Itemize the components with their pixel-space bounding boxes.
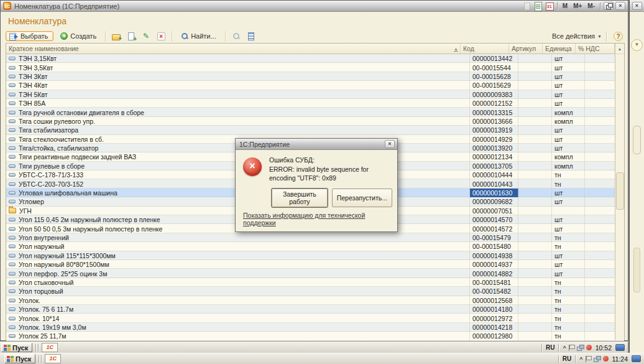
- item-unit[interactable]: шт: [552, 260, 585, 269]
- item-code[interactable]: 00000013705: [470, 162, 518, 170]
- item-unit[interactable]: тн: [552, 233, 585, 242]
- show-hidden-icons[interactable]: ^: [579, 357, 582, 362]
- table-row[interactable]: ТЭН 3Квт 00-00015628 шт: [6, 72, 624, 81]
- table-row[interactable]: Угол наружный 00-00015480 тн: [6, 242, 624, 251]
- dialog-close-button[interactable]: [385, 140, 395, 148]
- scrollbar-thumb[interactable]: [616, 172, 624, 210]
- table-row[interactable]: Уголок. 75 6 11.7м 00000014180 тн: [6, 305, 624, 314]
- start-button[interactable]: Пуск: [4, 354, 35, 363]
- create-group-button[interactable]: [110, 30, 122, 42]
- cancel-search-button[interactable]: [230, 30, 242, 42]
- item-article[interactable]: [518, 296, 552, 305]
- help-button[interactable]: ?: [614, 32, 623, 41]
- item-article[interactable]: [518, 99, 552, 108]
- edit-button[interactable]: [140, 30, 152, 42]
- item-code[interactable]: 00000010444: [470, 170, 518, 179]
- item-unit[interactable]: шт: [552, 99, 585, 108]
- item-code[interactable]: 00000009383: [470, 90, 518, 99]
- item-article[interactable]: [518, 224, 552, 233]
- 1c-tray-icon[interactable]: [586, 345, 592, 350]
- item-code[interactable]: 00000014218: [470, 323, 518, 332]
- network-icon[interactable]: [594, 356, 600, 362]
- dialog-titlebar[interactable]: 1С:Предприятие: [236, 139, 397, 150]
- memory-plus-button[interactable]: М+: [571, 2, 584, 11]
- chevron-down-icon[interactable]: [631, 39, 643, 51]
- column-header-vat[interactable]: % НДС: [576, 44, 615, 54]
- item-code[interactable]: 00000001630: [470, 189, 518, 197]
- close-window-button[interactable]: [615, 2, 625, 10]
- item-unit[interactable]: тн: [552, 287, 585, 296]
- item-article[interactable]: [518, 242, 552, 251]
- item-code[interactable]: 00-00015481: [470, 278, 518, 287]
- taskbar-1c-app[interactable]: 1С: [45, 354, 61, 363]
- memory-minus-button[interactable]: М-: [586, 2, 597, 11]
- table-row[interactable]: Уголок 25 11,7м 00000012980 тн: [6, 332, 624, 340]
- item-unit[interactable]: тн: [552, 323, 585, 332]
- item-code[interactable]: 00000013315: [470, 108, 518, 116]
- item-article[interactable]: [518, 260, 552, 269]
- language-indicator[interactable]: RU: [546, 344, 554, 351]
- item-unit[interactable]: шт: [552, 251, 585, 260]
- item-code[interactable]: 00000012134: [470, 152, 518, 161]
- item-unit[interactable]: шт: [552, 224, 585, 233]
- item-article[interactable]: [518, 117, 552, 126]
- column-header-code[interactable]: Код: [461, 44, 509, 54]
- item-unit[interactable]: тн: [552, 242, 585, 251]
- table-row[interactable]: Угол стыковочный 00-00015481 тн: [6, 278, 624, 287]
- table-row[interactable]: Угол внутренний 00-00015479 тн: [6, 233, 624, 242]
- item-article[interactable]: [518, 72, 552, 81]
- item-article[interactable]: [518, 269, 552, 278]
- item-unit[interactable]: шт: [552, 72, 585, 81]
- copy-item-button[interactable]: [125, 30, 137, 42]
- item-code[interactable]: 00-00015544: [470, 63, 518, 72]
- item-unit[interactable]: шт: [552, 126, 585, 134]
- item-code[interactable]: 00-00015628: [470, 72, 518, 81]
- item-article[interactable]: [518, 90, 552, 99]
- calendar-icon[interactable]: [545, 2, 554, 10]
- support-info-link[interactable]: Показать информацию для технической подд…: [243, 212, 392, 226]
- item-unit[interactable]: компл: [552, 108, 585, 116]
- table-row[interactable]: Уголок. 00000012568 тн: [6, 296, 624, 305]
- quit-button[interactable]: Завершить работу: [272, 189, 328, 207]
- item-code[interactable]: 00000013919: [470, 126, 518, 134]
- outer-scrollbar-thumb[interactable]: [633, 126, 641, 154]
- item-code[interactable]: 00000012152: [470, 99, 518, 108]
- scroll-up-icon[interactable]: [615, 44, 624, 54]
- table-row[interactable]: ТЭН 3,5Квт 00-00015544 шт: [6, 63, 624, 72]
- item-unit[interactable]: тн: [552, 179, 585, 188]
- item-unit[interactable]: компл: [552, 162, 585, 170]
- item-unit[interactable]: шт: [552, 63, 585, 72]
- item-article[interactable]: [518, 126, 552, 134]
- item-article[interactable]: [518, 63, 552, 72]
- table-header[interactable]: Краткое наименование Код Артикул Единица…: [6, 44, 624, 54]
- all-actions-button[interactable]: Все действия: [552, 32, 602, 40]
- item-unit[interactable]: шт: [552, 81, 585, 90]
- item-unit[interactable]: тн: [552, 278, 585, 287]
- start-button[interactable]: Пуск: [1, 343, 32, 352]
- item-article[interactable]: [518, 197, 552, 206]
- outer-scrollbar-track[interactable]: [633, 248, 640, 292]
- item-unit[interactable]: шт: [552, 215, 585, 224]
- item-code[interactable]: 00000010443: [470, 179, 518, 188]
- restore-window-button[interactable]: [604, 2, 614, 10]
- item-unit[interactable]: компл: [552, 152, 585, 161]
- item-code[interactable]: 00-00015480: [470, 242, 518, 251]
- item-unit[interactable]: тн: [552, 332, 585, 340]
- table-row[interactable]: ТЭН 85А 00000012152 шт: [6, 99, 624, 108]
- table-row[interactable]: ТЭН 4Квт 00-00015629 шт: [6, 81, 624, 90]
- outer-close-button[interactable]: [632, 2, 642, 10]
- find-button[interactable]: Найти...: [177, 31, 221, 41]
- item-article[interactable]: [518, 314, 552, 322]
- language-indicator[interactable]: RU: [563, 355, 571, 362]
- item-article[interactable]: [518, 54, 552, 63]
- monitor-icon[interactable]: [632, 355, 641, 362]
- column-header-name[interactable]: Краткое наименование: [9, 45, 79, 52]
- item-code[interactable]: 00000007051: [470, 207, 518, 215]
- item-unit[interactable]: тн: [552, 305, 585, 314]
- item-unit[interactable]: тн: [552, 170, 585, 179]
- item-code[interactable]: 00000014929: [470, 135, 518, 144]
- clock[interactable]: 10:52: [596, 344, 612, 352]
- item-article[interactable]: [518, 144, 552, 152]
- item-article[interactable]: [518, 152, 552, 161]
- item-code[interactable]: 00000012568: [470, 296, 518, 305]
